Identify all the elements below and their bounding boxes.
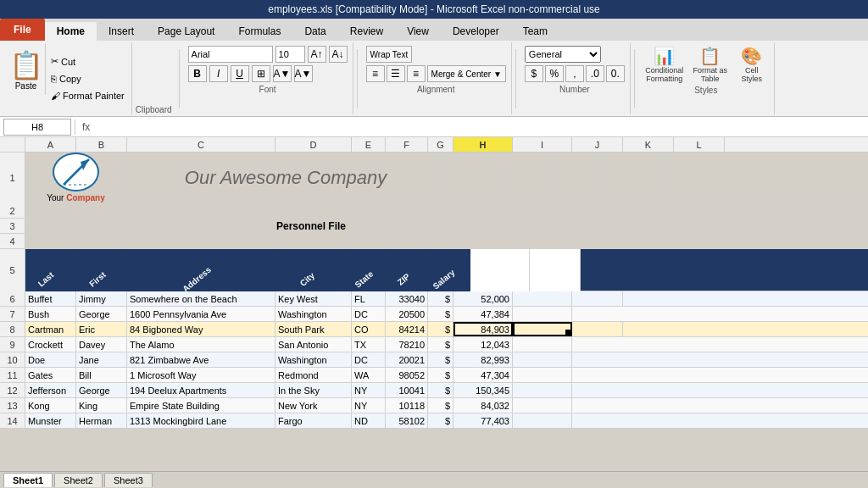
wrap-text-button[interactable]: Wrap Text: [366, 46, 413, 63]
cell-C14[interactable]: 1313 Mockingbird Lane: [127, 413, 275, 428]
cell-E13[interactable]: NY: [352, 398, 386, 413]
cell-A11[interactable]: Gates: [25, 368, 76, 382]
cell-A8[interactable]: Cartman: [25, 322, 76, 336]
cell-E9[interactable]: TX: [352, 337, 386, 352]
format-painter-button[interactable]: 🖌 Format Painter: [47, 89, 128, 103]
cell-E2[interactable]: [352, 203, 386, 218]
borders-button[interactable]: ⊞: [252, 65, 270, 82]
cell-D6[interactable]: Key West: [275, 291, 352, 306]
copy-button[interactable]: ⎘ Copy: [47, 72, 128, 86]
cell-B8[interactable]: Eric: [76, 322, 127, 336]
currency-button[interactable]: $: [525, 65, 543, 82]
cell-J6[interactable]: [572, 291, 623, 306]
cell-I14[interactable]: [513, 413, 572, 428]
cell-K3[interactable]: [606, 219, 657, 233]
conditional-formatting-button[interactable]: 📊 Conditional Formatting: [643, 46, 686, 83]
cell-I9[interactable]: [513, 337, 572, 352]
tab-page-layout[interactable]: Page Layout: [146, 22, 226, 41]
cell-B4[interactable]: [76, 234, 127, 248]
cell-L1[interactable]: [606, 152, 657, 203]
cell-G9[interactable]: $: [428, 337, 453, 352]
number-format-select[interactable]: General Number Currency: [525, 46, 601, 63]
cell-F12[interactable]: 10041: [386, 383, 428, 397]
cell-H6[interactable]: 52,000: [453, 291, 513, 306]
italic-button[interactable]: I: [209, 65, 228, 82]
cell-F6[interactable]: 33040: [386, 291, 428, 306]
cell-B13[interactable]: King: [76, 398, 127, 413]
cell-D10[interactable]: Washington: [275, 352, 352, 367]
col-header-G[interactable]: G: [428, 137, 453, 152]
cell-I3[interactable]: [496, 219, 555, 233]
cell-H14[interactable]: 77,403: [453, 413, 513, 428]
col-header-K[interactable]: K: [623, 137, 674, 152]
cell-B11[interactable]: Bill: [76, 368, 127, 382]
name-box[interactable]: [3, 119, 71, 136]
cell-I11[interactable]: [513, 368, 572, 382]
cell-D4[interactable]: [275, 234, 352, 248]
cell-H8[interactable]: 84,903: [453, 322, 513, 336]
cell-E10[interactable]: DC: [352, 352, 386, 367]
cut-button[interactable]: ✂ Cut: [47, 54, 128, 69]
cell-I13[interactable]: [513, 398, 572, 413]
cell-I10[interactable]: [513, 352, 572, 367]
cell-D2[interactable]: [275, 203, 352, 218]
comma-button[interactable]: ,: [565, 65, 584, 82]
col-header-B[interactable]: B: [76, 137, 127, 152]
cell-E11[interactable]: WA: [352, 368, 386, 382]
cell-B7[interactable]: George: [76, 307, 127, 321]
format-as-table-button[interactable]: 📋 Format as Table: [689, 46, 732, 83]
cell-C2[interactable]: [127, 203, 275, 218]
tab-team[interactable]: Team: [511, 22, 559, 41]
cell-G12[interactable]: $: [428, 383, 453, 397]
tab-file[interactable]: File: [0, 19, 45, 41]
cell-B10[interactable]: Jane: [76, 352, 127, 367]
cell-E8[interactable]: CO: [352, 322, 386, 336]
cell-G7[interactable]: $: [428, 307, 453, 321]
sheet-tab-1[interactable]: Sheet1: [3, 473, 53, 487]
cell-F2[interactable]: [386, 203, 428, 218]
tab-insert[interactable]: Insert: [97, 22, 146, 41]
cell-J5[interactable]: [530, 249, 581, 291]
col-header-C[interactable]: C: [127, 137, 275, 152]
cell-B14[interactable]: Herman: [76, 413, 127, 428]
cell-G10[interactable]: $: [428, 352, 453, 367]
cell-C9[interactable]: The Alamo: [127, 337, 275, 352]
cell-C11[interactable]: 1 Microsoft Way: [127, 368, 275, 382]
cell-C7[interactable]: 1600 Pennsylvania Ave: [127, 307, 275, 321]
tab-view[interactable]: View: [395, 22, 441, 41]
bold-button[interactable]: B: [188, 65, 207, 82]
cell-A14[interactable]: Munster: [25, 413, 76, 428]
cell-I12[interactable]: [513, 383, 572, 397]
cell-I5[interactable]: [470, 249, 530, 291]
cell-I6[interactable]: [513, 291, 572, 306]
cell-E7[interactable]: DC: [352, 307, 386, 321]
cell-E6[interactable]: FL: [352, 291, 386, 306]
cell-D9[interactable]: San Antonio: [275, 337, 352, 352]
tab-home[interactable]: Home: [45, 22, 97, 41]
col-header-J[interactable]: J: [572, 137, 623, 152]
cell-F7[interactable]: 20500: [386, 307, 428, 321]
cell-H2[interactable]: [453, 203, 513, 218]
sheet-tab-2[interactable]: Sheet2: [54, 473, 103, 487]
cell-I8[interactable]: [513, 322, 572, 336]
cell-F14[interactable]: 58102: [386, 413, 428, 428]
increase-decimal-button[interactable]: .0: [586, 65, 604, 82]
cell-F10[interactable]: 20021: [386, 352, 428, 367]
cell-D13[interactable]: New York: [275, 398, 352, 413]
cell-C4[interactable]: [127, 234, 275, 248]
cell-B3[interactable]: [76, 219, 127, 233]
cell-C10[interactable]: 821 Zimbabwe Ave: [127, 352, 275, 367]
merge-center-button[interactable]: Merge & Center ▼: [427, 65, 506, 82]
increase-font-button[interactable]: A↑: [308, 46, 326, 63]
cell-I1[interactable]: [445, 152, 504, 203]
cell-K2[interactable]: [623, 203, 674, 218]
cell-I4[interactable]: [513, 234, 572, 248]
cell-I7[interactable]: [513, 307, 572, 321]
cell-H7[interactable]: 47,384: [453, 307, 513, 321]
cell-K1[interactable]: [555, 152, 606, 203]
cell-styles-button[interactable]: 🎨 Cell Styles: [735, 46, 769, 83]
paste-button[interactable]: 📋 Paste: [7, 44, 46, 95]
font-name-input[interactable]: [188, 46, 273, 63]
cell-D8[interactable]: South Park: [275, 322, 352, 336]
cell-J3[interactable]: [555, 219, 606, 233]
